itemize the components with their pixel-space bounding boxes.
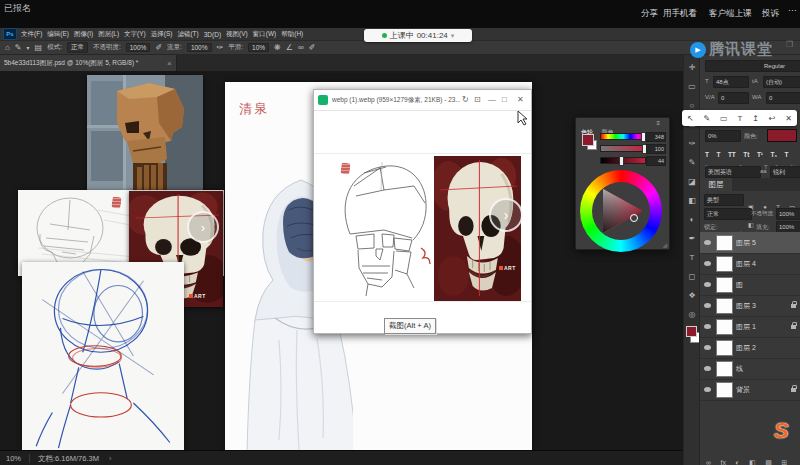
eraser-tool[interactable]: ◪ xyxy=(684,177,700,187)
layer-row[interactable]: 图层 4 xyxy=(700,253,800,275)
pen-annotate-icon[interactable]: ✎ xyxy=(703,114,710,123)
eye-icon[interactable] xyxy=(704,303,711,308)
panel-menu-icon[interactable]: ≡ xyxy=(656,120,660,126)
menu-image[interactable]: 图像(I) xyxy=(74,30,93,39)
layers-tab[interactable]: 图层 xyxy=(700,178,732,191)
opacity-select[interactable]: 100% xyxy=(126,43,151,52)
layer-row[interactable]: 图层 1 xyxy=(700,316,800,338)
brightness-slider[interactable] xyxy=(600,157,646,164)
client-class-link[interactable]: 客户端上课 xyxy=(709,8,752,20)
flow-select[interactable]: 100% xyxy=(187,43,212,52)
type-tool[interactable]: T xyxy=(684,253,700,263)
watch-on-phone-link[interactable]: 用手机看 xyxy=(663,8,697,20)
fullscreen-icon[interactable]: ⊡ xyxy=(474,95,481,104)
hue-slider[interactable] xyxy=(600,133,646,140)
dodge-tool[interactable]: ◐ xyxy=(684,215,700,225)
close-icon[interactable]: × xyxy=(164,59,175,68)
eye-icon[interactable] xyxy=(704,261,711,266)
rect-annotate-icon[interactable]: ▭ xyxy=(720,114,728,123)
eye-icon[interactable] xyxy=(704,366,711,371)
blend-mode-select[interactable]: 正常 xyxy=(704,208,752,220)
font-size-select[interactable]: 48点 xyxy=(713,76,749,88)
shape-tool[interactable]: ◻ xyxy=(684,272,700,282)
resize-grip-icon[interactable]: ◢ xyxy=(662,241,667,248)
layer-row[interactable]: 图 xyxy=(700,274,800,296)
menu-type[interactable]: 文字(Y) xyxy=(124,30,146,39)
layer-style-button[interactable]: fx xyxy=(720,459,725,465)
hue-value[interactable]: 348 xyxy=(646,132,666,142)
text-annotate-icon[interactable]: T xyxy=(737,114,742,123)
close-icon[interactable]: ✕ xyxy=(785,114,792,123)
layer-mask-button[interactable]: ◐ xyxy=(735,459,739,465)
menu-filter[interactable]: 滤镜(T) xyxy=(177,30,198,39)
layer-row[interactable]: 图层 3 xyxy=(700,295,800,317)
zoom-tool[interactable]: ◎ xyxy=(684,310,700,320)
pressure-size-icon[interactable]: ✐ xyxy=(309,43,316,52)
eye-icon[interactable] xyxy=(704,282,711,287)
layer-row[interactable]: 图层 2 xyxy=(700,337,800,359)
kerning-select[interactable]: 0 xyxy=(718,92,749,104)
undo-icon[interactable]: ↩ xyxy=(769,114,776,123)
menu-3d[interactable]: 3D(D) xyxy=(204,31,221,38)
popout-window-icon[interactable]: ❐ xyxy=(786,40,793,49)
eye-icon[interactable] xyxy=(704,324,711,329)
foreground-color-swatch[interactable] xyxy=(686,326,697,337)
brightness-value[interactable]: 44 xyxy=(646,156,666,166)
cursor-icon[interactable]: ↖ xyxy=(687,114,694,123)
color-indicator[interactable] xyxy=(630,214,638,222)
saturation-slider[interactable] xyxy=(600,145,646,152)
tracking-select[interactable]: 0 xyxy=(766,92,800,104)
menu-help[interactable]: 帮助(H) xyxy=(281,30,303,39)
brush-angle-icon[interactable]: ∠ xyxy=(286,43,293,52)
rotate-icon[interactable]: ↻ xyxy=(462,95,469,104)
upload-icon[interactable]: ↥ xyxy=(752,114,759,123)
viewer-next-button[interactable]: › xyxy=(489,198,523,232)
status-caret-icon[interactable]: › xyxy=(109,454,112,463)
font-family-select[interactable] xyxy=(705,60,763,72)
new-group-button[interactable]: ▤ xyxy=(765,459,772,465)
live-timer-pill[interactable]: 上课中 00:41:24 ▾ xyxy=(364,29,472,42)
smoothing-select[interactable]: 10% xyxy=(248,43,269,52)
menu-window[interactable]: 窗口(W) xyxy=(253,30,276,39)
font-style-select[interactable]: Regular xyxy=(761,60,800,72)
document-tab[interactable]: 5b4e33d113图层.psd @ 10%(图层 5, RGB/8) * × xyxy=(0,55,177,71)
menu-view[interactable]: 视图(V) xyxy=(226,30,248,39)
report-link[interactable]: 投诉 xyxy=(762,8,779,20)
foreground-color-swatch[interactable] xyxy=(582,134,594,146)
language-select[interactable]: 美国英语 xyxy=(705,166,761,178)
chevron-down-icon[interactable]: ▾ xyxy=(27,44,30,51)
marquee-tool[interactable]: ▭ xyxy=(684,82,700,92)
mode-select[interactable]: 正常 xyxy=(67,42,88,53)
baseline-field[interactable]: 0% xyxy=(705,130,741,142)
brush-preset-icon[interactable]: ✎ xyxy=(15,43,22,52)
minimize-button[interactable]: — xyxy=(488,95,496,104)
antialias-select[interactable]: 锐利 xyxy=(770,166,800,178)
eye-icon[interactable] xyxy=(704,387,711,392)
menu-select[interactable]: 选择(S) xyxy=(151,30,173,39)
zoom-level[interactable]: 10% xyxy=(6,454,21,463)
saturation-value[interactable]: 100 xyxy=(646,144,666,154)
new-layer-button[interactable]: ⊞ xyxy=(781,459,787,465)
text-color-swatch[interactable] xyxy=(767,129,797,142)
layer-row[interactable]: 线 xyxy=(700,358,800,380)
adjustment-layer-button[interactable]: ◧ xyxy=(749,459,756,465)
share-link[interactable]: 分享 xyxy=(641,8,658,20)
slider-handle[interactable] xyxy=(619,156,624,166)
eyedropper-tool[interactable]: ✑ xyxy=(684,139,700,149)
sv-triangle[interactable] xyxy=(593,183,649,239)
leading-select[interactable]: (自动) xyxy=(763,76,800,88)
symmetry-icon[interactable]: ∞ xyxy=(298,43,304,52)
smoothing-gear-icon[interactable]: ❋ xyxy=(274,43,281,52)
eye-icon[interactable] xyxy=(704,240,711,245)
airbrush-icon[interactable]: ✑ xyxy=(217,43,224,52)
gradient-tool[interactable]: ◧ xyxy=(684,196,700,206)
close-button[interactable]: ✕ xyxy=(517,95,524,104)
menu-file[interactable]: 文件(F) xyxy=(21,30,42,39)
move-tool[interactable]: ✛ xyxy=(684,63,700,73)
more-icon[interactable]: ⋯ xyxy=(788,5,797,15)
brush-tool[interactable]: ✎ xyxy=(684,158,700,168)
link-layers-button[interactable]: ∞ xyxy=(706,459,711,465)
maximize-button[interactable]: □ xyxy=(502,95,507,104)
toggle-panel-icon[interactable]: ▤ xyxy=(35,43,43,52)
home-icon[interactable]: ⌂ xyxy=(5,43,10,52)
